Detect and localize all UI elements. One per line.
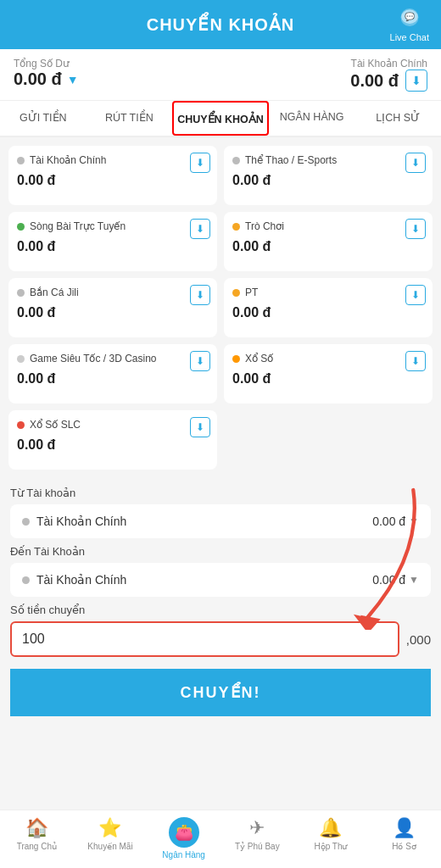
live-chat-button[interactable]: 💬 Live Chat (390, 7, 429, 42)
from-account-balance: 0.00 đ (372, 515, 405, 528)
live-chat-label: Live Chat (390, 32, 429, 42)
account-card-7: Xổ Số 0.00 đ ⬇ (224, 344, 433, 403)
account-download-5[interactable]: ⬇ (405, 285, 426, 305)
account-name-5: PT (245, 287, 258, 300)
balance-dropdown-arrow[interactable]: ▼ (67, 73, 79, 86)
account-balance-1: 0.00 đ (232, 173, 424, 188)
account-dot-5 (232, 289, 240, 297)
amount-suffix: ,000 (406, 632, 431, 647)
account-download-3[interactable]: ⬇ (405, 219, 426, 239)
total-balance-value: 0.00 đ (14, 70, 62, 89)
to-account-chevron: ▼ (409, 574, 419, 586)
tab-bar: GỬI TIỀN RÚT TIỀN CHUYỂN KHOẢN NGÂN HÀNG… (0, 101, 441, 137)
account-dot-8 (17, 421, 25, 429)
account-dot-1 (232, 157, 240, 164)
account-name-6: Game Siêu Tốc / 3D Casino (30, 353, 157, 366)
account-name-4: Bắn Cá Jili (30, 287, 79, 300)
from-account-label: Từ Tài khoản (10, 487, 431, 499)
account-download-8[interactable]: ⬇ (190, 417, 210, 437)
account-dot-2 (17, 223, 25, 231)
submit-button[interactable]: CHUYỂN! (10, 669, 431, 716)
to-account-name: Tài Khoản Chính (36, 573, 126, 587)
wallet-icon: 👛 (169, 817, 199, 848)
nav-label-hop-thu: Hộp Thư (314, 842, 347, 851)
account-download-6[interactable]: ⬇ (190, 351, 210, 371)
account-download-4[interactable]: ⬇ (190, 285, 210, 305)
from-account-select[interactable]: Tài Khoản Chính 0.00 đ ▼ (10, 504, 431, 538)
account-dot-3 (232, 223, 240, 231)
account-balance-7: 0.00 đ (232, 371, 424, 387)
account-download-0[interactable]: ⬇ (190, 153, 210, 173)
account-balance-6: 0.00 đ (17, 371, 209, 387)
account-name-7: Xổ Số (245, 353, 273, 366)
nav-item-hop-thu[interactable]: 🔔 Hộp Thư (305, 817, 356, 860)
to-account-dot (22, 576, 30, 584)
to-account-label: Đến Tài Khoản (10, 545, 431, 558)
nav-item-ty-phu-bay[interactable]: ✈ Tỷ Phú Bay (232, 817, 282, 860)
account-dot-0 (17, 157, 25, 164)
to-account-balance: 0.00 đ (372, 573, 405, 587)
accounts-grid: Tài Khoản Chính 0.00 đ ⬇ Thể Thao / E-Sp… (0, 137, 441, 475)
account-balance-3: 0.00 đ (232, 239, 424, 254)
nav-label-ngan-hang: Ngân Hàng (162, 850, 205, 860)
account-card-0: Tài Khoản Chính 0.00 đ ⬇ (8, 146, 217, 205)
account-download-7[interactable]: ⬇ (405, 351, 426, 371)
account-card-6: Game Siêu Tốc / 3D Casino 0.00 đ ⬇ (8, 344, 217, 403)
svg-text:💬: 💬 (405, 11, 416, 22)
bottom-navigation: 🏠 Trang Chủ ⭐ Khuyến Mãi 👛 Ngân Hàng ✈ T… (0, 810, 441, 868)
account-name-3: Trò Chơi (245, 220, 284, 234)
nav-item-trang-chu[interactable]: 🏠 Trang Chủ (11, 817, 62, 860)
amount-input[interactable] (10, 621, 399, 657)
account-download-2[interactable]: ⬇ (190, 219, 210, 239)
user-icon: 👤 (393, 817, 416, 839)
main-account-label: Tài Khoản Chính (351, 58, 427, 70)
amount-input-row: ,000 (10, 621, 431, 657)
nav-label-trang-chu: Trang Chủ (17, 842, 57, 851)
account-balance-4: 0.00 đ (17, 305, 209, 320)
account-balance-0: 0.00 đ (17, 173, 209, 188)
account-name-0: Tài Khoản Chính (30, 154, 106, 168)
tab-rut-tien[interactable]: RÚT TIỀN (87, 101, 173, 136)
total-balance-section: Tổng Số Dư 0.00 đ ▼ (14, 58, 79, 92)
from-account-dot (22, 518, 30, 526)
account-card-3: Trò Chơi 0.00 đ ⬇ (224, 212, 433, 271)
account-download-1[interactable]: ⬇ (405, 153, 426, 173)
tab-gui-tien[interactable]: GỬI TIỀN (0, 101, 87, 136)
nav-label-khuyen-mai: Khuyến Mãi (87, 842, 132, 851)
page-title: CHUYỂN KHOẢN (147, 14, 295, 35)
account-name-1: Thể Thao / E-Sports (245, 154, 337, 168)
account-card-2: Sòng Bài Trực Tuyến 0.00 đ ⬇ (8, 212, 217, 271)
bell-icon: 🔔 (319, 817, 342, 839)
header: CHUYỂN KHOẢN 💬 Live Chat (0, 0, 441, 49)
account-balance-5: 0.00 đ (232, 305, 424, 320)
account-card-8: Xổ Số SLC 0.00 đ ⬇ (8, 410, 217, 470)
tab-lich-su[interactable]: LỊCH SỬ (354, 101, 441, 136)
home-icon: 🏠 (25, 817, 48, 839)
balance-row: Tổng Số Dư 0.00 đ ▼ Tài Khoản Chính 0.00… (0, 49, 441, 101)
account-name-2: Sòng Bài Trực Tuyến (30, 220, 126, 234)
from-account-name: Tài Khoản Chính (36, 515, 126, 528)
account-balance-2: 0.00 đ (17, 239, 209, 254)
plane-icon: ✈ (249, 817, 265, 839)
tab-chuyen-khoan[interactable]: CHUYỂN KHOẢN (172, 101, 269, 136)
main-account-section: Tài Khoản Chính 0.00 đ ⬇ (350, 58, 427, 92)
transfer-form: Từ Tài khoản Tài Khoản Chính 0.00 đ ▼ Đế… (0, 475, 441, 725)
nav-item-ho-so[interactable]: 👤 Hồ Sơ (379, 817, 430, 860)
tab-ngan-hang[interactable]: NGÂN HÀNG (269, 101, 355, 136)
nav-item-ngan-hang[interactable]: 👛 Ngân Hàng (159, 817, 209, 860)
to-account-select[interactable]: Tài Khoản Chính 0.00 đ ▼ (10, 563, 431, 597)
account-card-1: Thể Thao / E-Sports 0.00 đ ⬇ (224, 146, 433, 205)
account-dot-6 (17, 355, 25, 363)
main-account-value: 0.00 đ (350, 71, 399, 91)
amount-label: Số tiền chuyển (10, 604, 431, 616)
nav-label-ty-phu-bay: Tỷ Phú Bay (235, 842, 280, 851)
account-card-4: Bắn Cá Jili 0.00 đ ⬇ (8, 278, 217, 337)
total-balance-label: Tổng Số Dư (14, 58, 79, 70)
main-account-download-button[interactable]: ⬇ (405, 70, 427, 92)
account-dot-7 (232, 355, 240, 363)
nav-item-khuyen-mai[interactable]: ⭐ Khuyến Mãi (85, 817, 136, 860)
account-balance-8: 0.00 đ (17, 437, 209, 453)
star-icon: ⭐ (98, 817, 121, 839)
account-name-8: Xổ Số SLC (30, 419, 81, 432)
account-dot-4 (17, 289, 25, 297)
